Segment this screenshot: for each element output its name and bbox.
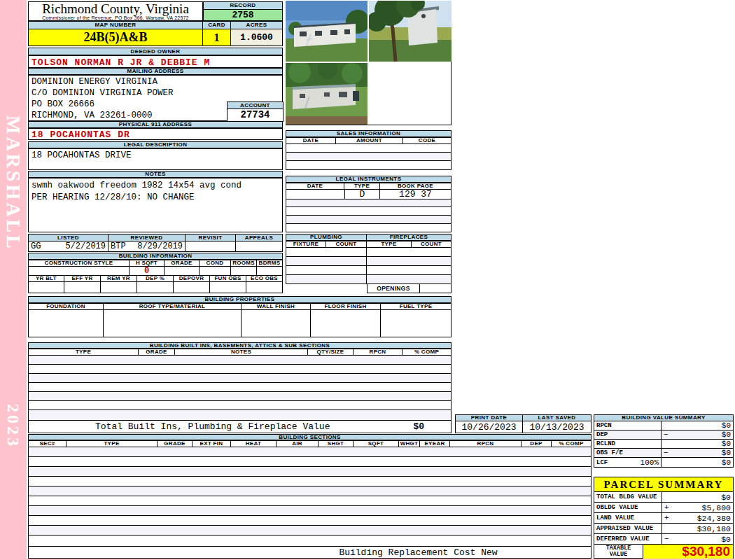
parcel-label: DEFERRED VALUE [594,534,662,544]
reviewed-date: 8/29/2019 [137,241,183,251]
depovr-value [174,281,210,293]
parcel-value: $0 [671,535,731,544]
parcel-value: $30,180 [671,524,731,533]
property-photo-front-view [286,1,368,62]
ecoobs-value [246,281,283,293]
openings-value [420,284,451,293]
fireplace-cell [367,274,451,284]
building-sections-empty-row [28,496,592,506]
physical-address-value: 18 POCAHONTAS DR [28,128,283,140]
notes-line: PER HEARING 12/28/10: NO CHANGE [31,192,282,204]
built-ins-empty-row [28,391,451,401]
hsqft-value: 0 [130,266,164,276]
legal-description-value: 18 POCAHONTAS DRIVE [28,148,283,170]
built-ins-title: BUILDING BUILT INS, BASEMENTS, ATTICS & … [28,342,451,349]
building-info-value-row-1: 0 [28,266,283,276]
record-value: 2758 [203,10,283,21]
county-title: Richmond County, Virginia [29,2,202,15]
fireplaces-title: FIREPLACES [367,234,451,241]
parcel-value-cell: + $24,380 [662,513,733,523]
deeded-owner-label: DEEDED OWNER [28,48,283,55]
parcel-value-cell: $30,180 [662,524,733,533]
mailing-address-line: C/O DOMINION VIRGINIA POWER [31,88,282,99]
building-sections-empty-row [28,535,592,547]
plumbing-cell [286,265,367,275]
built-ins-total-label: Total Built Ins, Plumbing & Fireplace Va… [95,421,330,432]
parcel-summary: PARCEL SUMMARY TOTAL BLDG VALUE $0 OBLDG… [594,477,734,559]
bvs-row: RPCN $0 [594,421,734,430]
fireplace-cell [367,265,451,275]
account-value: 27734 [227,109,284,122]
roof-value [104,309,241,337]
account-label: ACCOUNT [227,102,284,109]
parcel-value: $24,380 [671,514,731,523]
deppct-value [137,281,174,293]
rooms-value [231,266,257,276]
building-sections-empty-row [28,447,592,457]
mailing-address-line: DOMINION ENERGY VIRGINIA [31,76,282,88]
built-ins-empty-row [28,382,451,392]
sidebar-year: 2023 [4,404,22,449]
parcel-op: + [664,514,671,522]
sidebar-appraiser-name: MARSHALL [2,115,24,251]
revisit-value [186,241,236,252]
parcel-row: OBLDG VALUE + $5,800 [594,503,733,513]
taxable-value: $30,180 [682,544,730,559]
bvs-row: OBS F/E − $0 [594,448,734,458]
parcel-row: DEFERRED VALUE − $0 [594,534,733,545]
built-ins-total-row: Total Built Ins, Plumbing & Fireplace Va… [28,420,451,433]
fireplace-cell [367,247,451,257]
openings-label: OPENINGS [367,284,420,293]
taxable-value-label: TAXABLE VALUE [594,545,643,559]
building-sections-empty-row [28,476,592,486]
building-properties-value-row [28,309,451,337]
account-box: ACCOUNT 27734 [227,102,284,122]
plumbing-cell [286,274,367,284]
legal-description-label: LEGAL DESCRIPTION [28,141,283,148]
parcel-label: TOTAL BLDG VALUE [594,492,662,502]
bvs-label: DEP [594,430,662,440]
record-label: RECORD [203,1,283,10]
parcel-label: LAND VALUE [594,513,662,523]
print-date-value: 10/26/2023 [455,421,523,433]
last-saved-value: 10/13/2023 [523,421,592,433]
notes-line: swmh oakwood freedom 1982 14x54 avg cond [31,180,282,192]
legal-instrument-row: D 129 37 [286,189,451,200]
property-record-card: Richmond County, Virginia Commissioner o… [27,0,735,559]
bdrms-value [257,266,283,276]
bvs-label-lcf: LCF 100% [594,457,662,468]
yrblt-value [28,281,64,293]
bvs-value: $0 [671,458,731,467]
built-ins-empty-row [28,364,451,374]
reviewed-value: BTP8/29/2019 [108,241,186,252]
building-replacement-cost-label: Building Replacement Cost New [339,547,497,558]
notes-label: NOTES [28,171,283,178]
parcel-row: TOTAL BLDG VALUE $0 [594,492,733,503]
bvs-op: − [664,449,671,457]
bvs-label: RPCN [594,421,662,430]
remyr-value [101,281,137,293]
fireplace-cell [367,256,451,266]
bvs-value: $0 [671,440,731,448]
taxable-value-cell: $30,180 [643,545,733,559]
photo-grid [286,1,451,125]
listed-date: 5/2/2019 [65,241,106,251]
card-value: 1 [203,29,231,46]
parcel-summary-title: PARCEL SUMMARY [594,477,733,492]
sales-information-title: SALES INFORMATION [286,130,451,137]
bvs-value: $0 [671,449,731,457]
bvs-lcf-pct: 100% [640,458,659,467]
parcel-op: − [664,535,671,543]
property-photo-rear-view [286,63,368,125]
parcel-row: APPRAISED VALUE $30,180 [594,524,733,534]
building-sections-empty-row [28,505,592,516]
bvs-value: $0 [671,421,731,430]
bvs-label: RCLND [594,439,662,449]
county-header-box: Richmond County, Virginia Commissioner o… [28,1,203,21]
parcel-value-cell: − $0 [662,534,733,544]
bvs-op: − [664,430,671,439]
pf-empty-row [286,265,451,275]
sales-empty-row [286,160,451,170]
effyr-value [64,281,101,293]
built-ins-empty-row [28,400,451,410]
